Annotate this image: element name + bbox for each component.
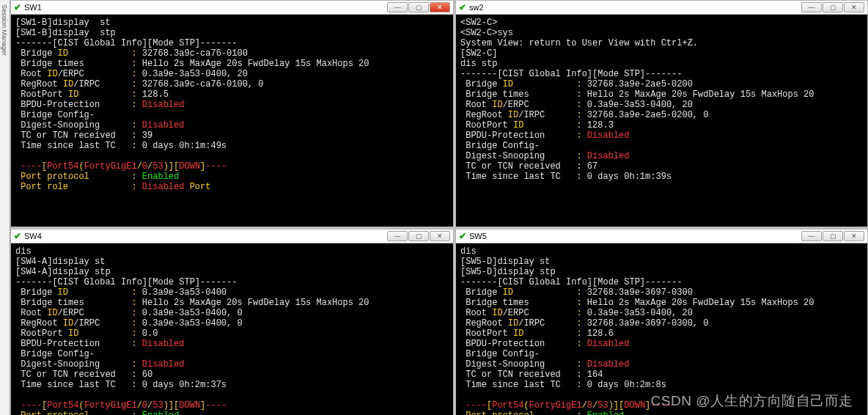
terminal-grid: ✔ SW1 — ▢ ✕ [SW1-B]display st [SW1-B]dis… [10,0,868,415]
maximize-button[interactable]: ▢ [408,2,429,12]
sidebar-session-manager[interactable]: Session Manager [0,3,9,415]
maximize-button[interactable]: ▢ [823,231,843,241]
close-button[interactable]: ✕ [844,2,864,12]
terminal-tile-sw4: ✔ SW4 — ▢ ✕ dis [SW4-A]display st [SW4-A… [10,229,454,415]
window-buttons: — ▢ ✕ [801,231,864,241]
window-buttons: — ▢ ✕ [801,2,864,12]
title-label: sw2 [469,3,798,12]
terminal-tile-sw2: ✔ sw2 — ▢ ✕ <SW2-C> <SW2-C>sys System Vi… [455,0,868,227]
close-button[interactable]: ✕ [844,231,864,241]
minimize-button[interactable]: — [801,231,822,241]
terminal-output-sw4[interactable]: dis [SW4-A]display st [SW4-A]display stp… [10,243,454,415]
terminal-output-sw2[interactable]: <SW2-C> <SW2-C>sys System View: return t… [455,15,868,227]
check-icon: ✔ [459,2,466,12]
minimize-button[interactable]: — [387,231,408,241]
titlebar-sw4[interactable]: ✔ SW4 — ▢ ✕ [10,229,454,243]
terminal-output-sw5[interactable]: dis [SW5-D]display st [SW5-D]display stp… [455,243,868,415]
title-label: SW5 [469,232,798,240]
titlebar-sw1[interactable]: ✔ SW1 — ▢ ✕ [10,0,454,15]
terminal-tile-sw1: ✔ SW1 — ▢ ✕ [SW1-B]display st [SW1-B]dis… [10,0,454,227]
titlebar-sw2[interactable]: ✔ sw2 — ▢ ✕ [455,0,868,15]
minimize-button[interactable]: — [801,2,822,12]
check-icon: ✔ [14,231,21,241]
terminal-tile-sw5: ✔ SW5 — ▢ ✕ dis [SW5-D]display st [SW5-D… [455,229,868,415]
close-button[interactable]: ✕ [430,2,450,12]
maximize-button[interactable]: ▢ [823,2,843,12]
maximize-button[interactable]: ▢ [408,231,429,241]
titlebar-sw5[interactable]: ✔ SW5 — ▢ ✕ [455,229,868,243]
minimize-button[interactable]: — [387,2,408,12]
close-button[interactable]: ✕ [430,231,450,241]
session-sidebar[interactable]: Session Manager Command Manager Active S… [0,0,10,415]
title-label: SW4 [24,232,383,240]
check-icon: ✔ [459,231,466,241]
check-icon: ✔ [14,2,21,12]
title-label: SW1 [24,3,383,12]
window-buttons: — ▢ ✕ [386,231,450,241]
terminal-output-sw1[interactable]: [SW1-B]display st [SW1-B]display stp ---… [10,15,454,227]
window-buttons: — ▢ ✕ [386,2,450,12]
